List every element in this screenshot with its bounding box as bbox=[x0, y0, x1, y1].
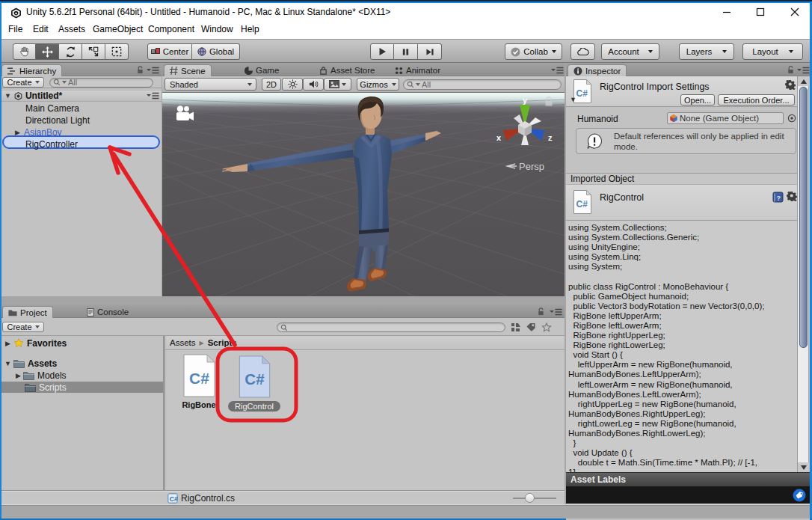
gear-icon[interactable] bbox=[787, 192, 798, 201]
scene-row-menu-icon[interactable] bbox=[147, 92, 159, 100]
asset-labels-header[interactable]: Asset Labels bbox=[566, 472, 810, 486]
tree-item-scripts[interactable]: Scripts bbox=[1, 382, 163, 393]
draw-mode-dropdown[interactable]: Shaded bbox=[164, 78, 256, 91]
thumbnail-size-slider-track[interactable] bbox=[513, 498, 556, 499]
project-create-button[interactable]: Create bbox=[2, 322, 44, 332]
breadcrumb-current[interactable]: Scripts bbox=[208, 338, 237, 347]
layout-dropdown[interactable]: Layout bbox=[742, 43, 803, 60]
search-by-type-icon[interactable] bbox=[510, 322, 520, 332]
move-tool-button[interactable] bbox=[36, 43, 59, 60]
cloud-button[interactable] bbox=[570, 43, 595, 60]
scrollbar-up-icon[interactable] bbox=[798, 76, 809, 86]
hand-tool-button[interactable] bbox=[13, 43, 36, 60]
scrollbar-thumb[interactable] bbox=[799, 87, 808, 348]
help-book-icon[interactable]: ? bbox=[772, 192, 784, 203]
tab-project[interactable]: Project bbox=[2, 306, 53, 318]
minimize-button[interactable] bbox=[714, 3, 739, 21]
tab-game-label: Game bbox=[256, 66, 279, 75]
menu-window[interactable]: Window bbox=[201, 24, 233, 34]
pivot-label: Center bbox=[163, 47, 189, 56]
hierarchy-pane-menu-icon[interactable] bbox=[147, 67, 159, 74]
assets-expander-icon[interactable]: ▼ bbox=[4, 360, 11, 367]
pause-button[interactable] bbox=[394, 43, 418, 60]
tab-game[interactable]: Game bbox=[242, 64, 282, 76]
scene-lighting-button[interactable] bbox=[282, 78, 303, 91]
object-picker-icon[interactable] bbox=[787, 114, 796, 123]
tab-scene[interactable]: Scene bbox=[164, 64, 212, 76]
layers-dropdown[interactable]: Layers bbox=[679, 43, 734, 60]
tab-inspector[interactable]: Inspector bbox=[568, 64, 627, 76]
collab-button[interactable]: Collab bbox=[505, 43, 562, 60]
window-title: Unity 5.6.2f1 Personal (64bit) - Untitle… bbox=[26, 7, 390, 17]
project-search-input[interactable] bbox=[277, 322, 505, 332]
scene-audio-button[interactable] bbox=[303, 78, 324, 91]
favorites-star-icon[interactable] bbox=[541, 322, 552, 332]
menu-gameobject[interactable]: GameObject bbox=[93, 24, 143, 34]
hierarchy-search-input[interactable]: All bbox=[49, 78, 153, 88]
project-panel: Project Console Create bbox=[1, 305, 565, 505]
2d-toggle-button[interactable]: 2D bbox=[262, 78, 281, 91]
open-button[interactable]: Open... bbox=[680, 94, 715, 105]
thumbnail-size-slider-thumb[interactable] bbox=[525, 493, 535, 503]
scene-effects-dropdown[interactable] bbox=[324, 78, 351, 91]
hierarchy-scene-row[interactable]: ▼ Untitled* bbox=[1, 90, 162, 102]
maximize-button[interactable] bbox=[748, 3, 773, 21]
hierarchy-lock-icon[interactable] bbox=[136, 66, 144, 74]
inspector-lock-icon[interactable] bbox=[787, 66, 795, 74]
tab-inspector-label: Inspector bbox=[585, 67, 621, 76]
tab-console[interactable]: Console bbox=[84, 306, 132, 318]
space-toggle-button[interactable]: Global bbox=[192, 43, 240, 60]
file-rigcontrol[interactable]: C# RigControl bbox=[224, 355, 284, 412]
label-tag-button[interactable] bbox=[793, 489, 806, 502]
rotate-tool-button[interactable] bbox=[59, 43, 82, 60]
tab-animator[interactable]: Animator bbox=[392, 64, 443, 76]
scene-viewport[interactable]: y x z Persp bbox=[162, 93, 565, 296]
models-expander-icon[interactable]: ▶ bbox=[16, 372, 21, 379]
asset-labels-box bbox=[566, 486, 810, 504]
tree-item-assets[interactable]: ▼ Assets bbox=[1, 358, 163, 369]
scrollbar-down-icon[interactable] bbox=[798, 462, 809, 472]
inspector-pane-menu-icon[interactable] bbox=[797, 67, 810, 74]
menu-file[interactable]: File bbox=[8, 24, 22, 34]
close-button[interactable] bbox=[782, 3, 808, 21]
favorites-expander-icon[interactable]: ▶ bbox=[5, 340, 10, 347]
info-icon bbox=[573, 67, 582, 76]
menu-component[interactable]: Component bbox=[148, 24, 194, 34]
project-pane-menu-icon[interactable] bbox=[550, 308, 562, 316]
breadcrumb-root[interactable]: Assets bbox=[170, 338, 196, 347]
menu-help[interactable]: Help bbox=[241, 24, 259, 34]
scene-search-input[interactable]: All bbox=[403, 79, 562, 90]
tree-item-favorites[interactable]: ▶ Favorites bbox=[1, 337, 163, 349]
pivot-toggle-button[interactable]: Center bbox=[147, 43, 192, 60]
hierarchy-item-rigcontroller[interactable]: RigController bbox=[1, 138, 162, 150]
inspector-scrollbar[interactable] bbox=[797, 76, 809, 472]
header-foldout-icon[interactable]: ▼ bbox=[570, 96, 576, 103]
tree-item-models[interactable]: ▶ Models bbox=[1, 370, 163, 381]
menu-assets[interactable]: Assets bbox=[58, 24, 85, 34]
execution-order-button[interactable]: Execution Order... bbox=[718, 94, 795, 105]
svg-text:C#: C# bbox=[170, 495, 178, 503]
menu-edit[interactable]: Edit bbox=[33, 24, 49, 34]
scale-tool-button[interactable] bbox=[82, 43, 105, 60]
scene-pane-menu-icon[interactable] bbox=[551, 67, 564, 74]
gizmo-x-label: x bbox=[496, 133, 502, 142]
hierarchy-item-main-camera[interactable]: Main Camera bbox=[1, 103, 162, 114]
project-lock-icon[interactable] bbox=[537, 308, 545, 316]
collab-caret-icon bbox=[552, 50, 556, 53]
file-rigbone[interactable]: C# RigBone bbox=[169, 354, 229, 409]
play-button[interactable] bbox=[370, 43, 394, 60]
humanoid-object-field[interactable]: None (Game Object) bbox=[667, 112, 784, 124]
tab-hierarchy[interactable]: Hierarchy bbox=[1, 64, 62, 76]
scene-expander-icon[interactable]: ▼ bbox=[4, 92, 11, 100]
rect-tool-button[interactable] bbox=[105, 43, 129, 60]
gizmos-dropdown[interactable]: Gizmos bbox=[357, 78, 399, 91]
step-button[interactable] bbox=[418, 43, 442, 60]
code-line: public class RigControl : MonoBehaviour … bbox=[568, 282, 797, 292]
hierarchy-item-directional-light[interactable]: Directional Light bbox=[1, 114, 162, 126]
hierarchy-create-button[interactable]: Create bbox=[2, 77, 44, 88]
account-dropdown[interactable]: Account bbox=[601, 43, 659, 60]
tab-asset-store[interactable]: Asset Store bbox=[316, 64, 378, 76]
code-line: RigBone rightLowerLeg; bbox=[568, 340, 797, 350]
gear-icon[interactable] bbox=[785, 80, 796, 90]
search-by-label-icon[interactable] bbox=[526, 322, 536, 332]
